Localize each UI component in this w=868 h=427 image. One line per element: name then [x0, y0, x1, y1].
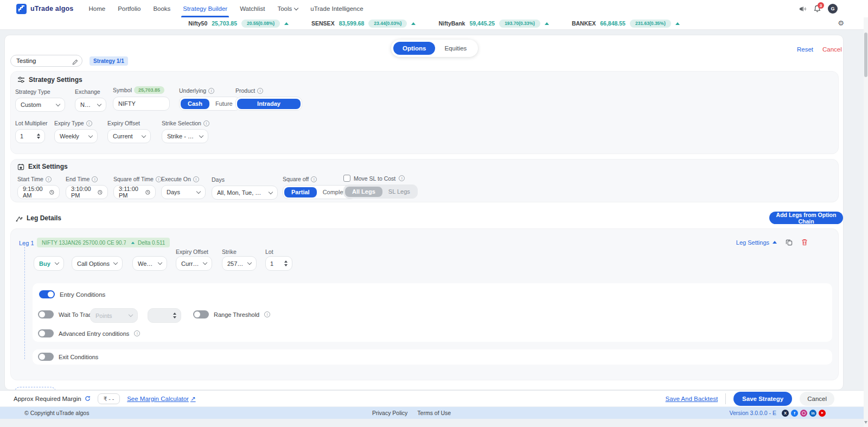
cancel-button-bottom[interactable]: Cancel — [800, 392, 834, 406]
advanced-entry-toggle[interactable] — [38, 329, 54, 337]
duplicate-leg-icon[interactable] — [786, 239, 793, 246]
info-icon[interactable] — [86, 120, 92, 126]
range-threshold-toggle[interactable] — [193, 310, 209, 318]
ticker-sensex: SENSEX 83,599.68 23.44(0.03%) — [311, 20, 416, 28]
nav-item-tools[interactable]: Tools — [277, 0, 298, 17]
exit-conditions-toggle[interactable] — [38, 353, 54, 361]
expiry-type-group: Expiry Type Weekly — [54, 120, 98, 143]
move-sl-checkbox[interactable] — [343, 175, 350, 182]
refresh-icon[interactable] — [85, 396, 91, 401]
days-select[interactable]: All, Mon, Tue, Wed, Thur,... — [212, 186, 278, 200]
change-badge: 20.55(0.08%) — [241, 20, 280, 28]
nav-item-strategy-builder[interactable]: Strategy Builder — [183, 0, 227, 17]
start-time-input[interactable]: 9:15:00 AM — [17, 185, 60, 199]
square-off-partial-option[interactable]: Partial — [284, 187, 317, 197]
nav-item-portfolio[interactable]: Portfolio — [118, 0, 141, 17]
brand-name: uTrade algos — [30, 5, 74, 12]
strike-selection-group: Strike Selection Strike - Basic — [162, 120, 209, 143]
x-icon[interactable]: X — [782, 410, 789, 417]
add-legs-from-option-chain-button[interactable]: Add Legs from Option Chain — [769, 212, 843, 224]
delete-leg-icon[interactable] — [801, 239, 808, 246]
tab-equities[interactable]: Equities — [435, 42, 476, 55]
product-intraday-option[interactable]: Intraday — [237, 99, 301, 109]
wait-unit-select[interactable]: Points — [90, 308, 138, 323]
underlying-cash-option[interactable]: Cash — [181, 99, 209, 109]
info-icon[interactable] — [92, 176, 98, 182]
execute-on-select[interactable]: Days — [161, 185, 206, 199]
leg-option-type-select[interactable]: Call Options — [72, 256, 123, 271]
move-sl-label: Move SL to Cost — [354, 175, 395, 182]
info-icon[interactable] — [46, 176, 52, 182]
info-icon[interactable] — [134, 330, 140, 336]
expiry-type-select[interactable]: Weekly — [54, 129, 98, 143]
up-arrow-icon — [675, 22, 680, 25]
expiry-offset-label: Expiry Offset — [107, 120, 151, 126]
terms-of-use-link[interactable]: Terms of Use — [417, 410, 451, 416]
vertical-scrollbar[interactable] — [864, 17, 868, 427]
reset-button[interactable]: Reset — [797, 46, 813, 53]
info-icon[interactable] — [203, 120, 209, 126]
leg-expiry-select[interactable]: Weekly — [132, 256, 167, 271]
info-icon[interactable] — [264, 311, 270, 317]
up-arrow-icon — [284, 22, 289, 25]
exit-settings-title: Exit Settings — [28, 163, 68, 170]
product-group: Product Intraday — [235, 87, 302, 111]
wait-to-trade-toggle[interactable] — [38, 310, 54, 318]
nav-item-watchlist[interactable]: Watchlist — [240, 0, 265, 17]
brand[interactable]: uTrade algos — [16, 4, 74, 14]
symbol-input[interactable] — [118, 100, 164, 107]
chevron-down-icon — [294, 5, 298, 10]
announcement-icon[interactable] — [799, 5, 807, 12]
linkedin-icon[interactable]: in — [809, 410, 816, 417]
wait-value-stepper[interactable] — [148, 308, 181, 323]
entry-conditions-toggle[interactable] — [39, 290, 55, 298]
margin-calculator-link[interactable]: See Margin Calculator ↗ — [127, 395, 195, 403]
leg-strike-select[interactable]: 25700.00 — [222, 256, 257, 271]
notifications-bell[interactable]: 3 — [814, 5, 821, 12]
end-time-input[interactable]: 3:10:00 PM — [66, 185, 108, 199]
collapse-arrow-icon — [773, 241, 777, 244]
nav-item-utrade-intelligence[interactable]: uTrade Intelligence — [310, 0, 363, 17]
nav-item-home[interactable]: Home — [89, 0, 106, 17]
save-and-backtest-link[interactable]: Save And Backtest — [666, 396, 718, 402]
leg-lot-stepper[interactable]: 1 — [265, 256, 292, 271]
leg-side-select[interactable]: Buy — [34, 256, 64, 271]
scrollbar-thumb[interactable] — [864, 33, 867, 77]
privacy-policy-link[interactable]: Privacy Policy — [372, 410, 407, 416]
info-icon[interactable] — [311, 176, 317, 182]
leg-settings-toggle[interactable]: Leg Settings — [736, 239, 777, 246]
strike-selection-select[interactable]: Strike - Basic — [162, 129, 208, 143]
stepper-arrows-icon[interactable] — [173, 313, 176, 318]
save-strategy-button[interactable]: Save Strategy — [733, 392, 792, 406]
nav-item-books[interactable]: Books — [153, 0, 170, 17]
start-time-label: Start Time — [17, 176, 60, 182]
chevron-down-icon — [158, 260, 162, 265]
gear-icon[interactable]: ⚙ — [838, 19, 844, 27]
lot-multiplier-stepper[interactable]: 1 — [15, 129, 45, 143]
stepper-arrows-icon[interactable] — [37, 133, 40, 139]
youtube-icon[interactable] — [819, 410, 826, 417]
edit-pencil-icon[interactable] — [72, 58, 78, 67]
underlying-future-option[interactable]: Future — [209, 99, 239, 109]
avatar[interactable]: G — [828, 4, 838, 14]
facebook-icon[interactable]: f — [791, 410, 798, 417]
square-off-time-input[interactable]: 3:11:00 PM — [113, 185, 156, 199]
advanced-entry-label: Advanced Entry conditions — [59, 330, 129, 337]
social-icons: X f in — [782, 410, 826, 417]
info-icon[interactable] — [208, 88, 214, 94]
info-icon[interactable] — [399, 175, 405, 181]
leg-expiry-offset-select[interactable]: Current — [176, 256, 212, 271]
tab-options[interactable]: Options — [393, 42, 435, 55]
expiry-offset-select[interactable]: Current — [107, 129, 151, 143]
exchange-select[interactable]: NSEFO — [75, 98, 106, 112]
stepper-arrows-icon[interactable] — [284, 260, 288, 266]
cancel-button-top[interactable]: Cancel — [822, 46, 842, 53]
strategy-type-select[interactable]: Custom — [15, 98, 65, 112]
info-icon[interactable] — [193, 176, 199, 182]
sl-legs-option[interactable]: SL Legs — [382, 187, 416, 197]
all-legs-option[interactable]: All Legs — [345, 187, 382, 197]
info-icon[interactable] — [257, 88, 263, 94]
chevron-down-icon — [97, 101, 101, 106]
instagram-icon[interactable] — [800, 410, 807, 417]
scrollbar-down-arrow[interactable] — [864, 421, 867, 424]
